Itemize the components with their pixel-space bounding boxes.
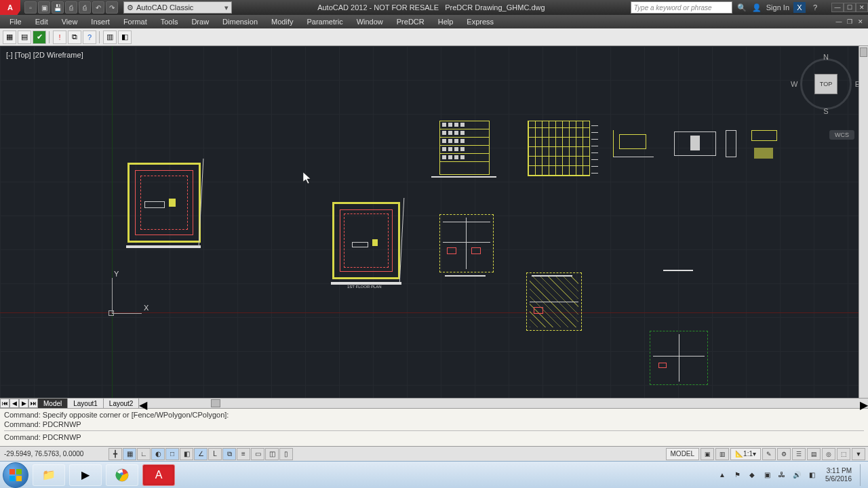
sr-8[interactable]: ⬚	[837, 448, 850, 460]
minimize-button[interactable]: —	[831, 3, 844, 12]
sr-1[interactable]: ▣	[701, 448, 714, 460]
sr-2[interactable]: ▥	[715, 448, 729, 460]
sr-9[interactable]: ▼	[852, 448, 865, 460]
show-desktop[interactable]	[860, 464, 865, 486]
ducs-toggle[interactable]: L	[208, 448, 222, 460]
taskbar-chrome[interactable]	[106, 464, 138, 486]
lwt-toggle[interactable]: ≡	[237, 448, 250, 460]
canvas-scrollbar-h[interactable]: ◀▶	[139, 399, 868, 408]
tool-7[interactable]: ▥	[103, 30, 117, 44]
new-icon[interactable]: ▫	[24, 1, 37, 14]
tray-flag-icon[interactable]: ⚑	[732, 470, 743, 481]
close-button[interactable]: ✕	[856, 3, 868, 12]
menu-help[interactable]: Help	[431, 16, 460, 27]
qp-toggle[interactable]: ◫	[265, 448, 279, 460]
windows-taskbar: 📁 ▶ A ▲ ⚑ ◆ ▣ 🖧 🔊 ◧ 3:11 PM5/6/2016	[0, 461, 868, 488]
exchange-icon[interactable]: X	[793, 2, 806, 13]
taskbar-explorer[interactable]: 📁	[33, 464, 65, 486]
doc-close[interactable]: ✕	[856, 18, 865, 26]
crosshair-h	[0, 312, 868, 313]
command-window[interactable]: Command: Specify opposite corner or [Fen…	[0, 408, 868, 446]
menu-parametric[interactable]: Parametric	[300, 16, 349, 27]
doc-restore[interactable]: ❐	[845, 18, 854, 26]
dyn-toggle[interactable]: ⧉	[222, 448, 236, 460]
menu-window[interactable]: Window	[350, 16, 390, 27]
tray-1[interactable]: ◆	[747, 470, 757, 481]
tray-vol-icon[interactable]: 🔊	[791, 470, 802, 481]
tool-3[interactable]: ✔	[33, 30, 46, 44]
cmd-current[interactable]: Command: PDCRNWP	[4, 430, 864, 442]
print-icon[interactable]: ⎙	[79, 1, 91, 14]
menu-view[interactable]: View	[55, 16, 85, 27]
view-cube[interactable]: N S W E TOP	[795, 53, 857, 115]
menu-format[interactable]: Format	[117, 16, 154, 27]
menu-draw[interactable]: Draw	[184, 16, 216, 27]
tab-model[interactable]: Model	[38, 399, 68, 408]
tool-4[interactable]: !	[53, 30, 66, 44]
menu-insert[interactable]: Insert	[84, 16, 117, 27]
tray-net-icon[interactable]: 🖧	[776, 470, 787, 481]
ortho-toggle[interactable]: ∟	[137, 448, 151, 460]
workspace-dropdown[interactable]: ⚙AutoCAD Classic	[123, 1, 232, 14]
help-search-input[interactable]: Type a keyword or phrase	[631, 1, 732, 14]
tray-3[interactable]: ◧	[806, 470, 817, 481]
tool-5[interactable]: ⧉	[68, 30, 81, 44]
3dosnap-toggle[interactable]: ◧	[180, 448, 193, 460]
open-icon[interactable]: ▣	[38, 1, 50, 14]
redo-icon[interactable]: ↷	[106, 1, 118, 14]
tool-8[interactable]: ◧	[118, 30, 132, 44]
autocad-logo-icon[interactable]: A	[0, 0, 20, 15]
polar-toggle[interactable]: ◐	[151, 448, 165, 460]
tab-layout1[interactable]: Layout1	[68, 399, 104, 408]
doc-minimize[interactable]: —	[834, 18, 844, 26]
signin-icon[interactable]: 👤	[751, 2, 762, 13]
drawing-canvas[interactable]: [-] [Top] [2D Wireframe] N S W E TOP WCS…	[0, 46, 868, 398]
undo-icon[interactable]: ↶	[92, 1, 104, 14]
grid-toggle[interactable]: ▦	[123, 448, 136, 460]
tray-up-icon[interactable]: ▲	[717, 470, 728, 481]
tab-nav-last[interactable]: ⏭	[28, 399, 38, 408]
sr-3[interactable]: ✎	[762, 448, 776, 460]
space-label[interactable]: MODEL	[666, 448, 700, 460]
otrack-toggle[interactable]: ∠	[194, 448, 208, 460]
sr-7[interactable]: ◎	[822, 448, 835, 460]
menu-modify[interactable]: Modify	[264, 16, 300, 27]
taskbar-media[interactable]: ▶	[69, 464, 102, 486]
viewport-label[interactable]: [-] [Top] [2D Wireframe]	[4, 50, 85, 60]
menu-tools[interactable]: Tools	[154, 16, 185, 27]
menu-edit[interactable]: Edit	[28, 16, 55, 27]
tray-2[interactable]: ▣	[762, 470, 772, 481]
snap-toggle[interactable]: ╋	[108, 448, 122, 460]
sr-6[interactable]: ▤	[807, 448, 821, 460]
signin-label[interactable]: Sign In	[766, 3, 789, 12]
help-icon[interactable]: ?	[810, 2, 821, 13]
osnap-toggle[interactable]: □	[165, 448, 179, 460]
sr-4[interactable]: ⚙	[777, 448, 791, 460]
tool-6[interactable]: ?	[83, 30, 96, 44]
search-glyph-icon[interactable]: 🔍	[736, 2, 747, 13]
menu-express[interactable]: Express	[460, 16, 500, 27]
sc-toggle[interactable]: ▯	[279, 448, 293, 460]
wcs-badge[interactable]: WCS	[829, 130, 854, 140]
save-icon[interactable]: 💾	[52, 1, 64, 14]
taskbar-autocad[interactable]: A	[142, 464, 175, 486]
tab-layout2[interactable]: Layout2	[104, 399, 140, 408]
tool-1[interactable]: ▦	[3, 30, 16, 44]
start-button[interactable]	[3, 462, 28, 488]
saveas-icon[interactable]: ⎙	[65, 1, 77, 14]
sr-5[interactable]: ☰	[792, 448, 806, 460]
menu-file[interactable]: File	[3, 16, 28, 27]
menu-predcr[interactable]: PreDCR	[390, 16, 431, 27]
tool-2[interactable]: ▤	[18, 30, 31, 44]
maximize-button[interactable]: ☐	[844, 3, 856, 12]
tab-nav-prev[interactable]: ◀	[9, 399, 19, 408]
tpy-toggle[interactable]: ▭	[251, 448, 264, 460]
floor-plan-1	[439, 214, 494, 272]
canvas-scrollbar-v[interactable]	[859, 46, 868, 398]
taskbar-clock[interactable]: 3:11 PM5/6/2016	[825, 467, 852, 483]
anno-scale[interactable]: 📐 1:1 ▾	[730, 448, 761, 460]
detail-5	[754, 148, 773, 159]
menu-dimension[interactable]: Dimension	[216, 16, 264, 27]
tab-nav-first[interactable]: ⏮	[0, 399, 9, 408]
tab-nav-next[interactable]: ▶	[19, 399, 28, 408]
